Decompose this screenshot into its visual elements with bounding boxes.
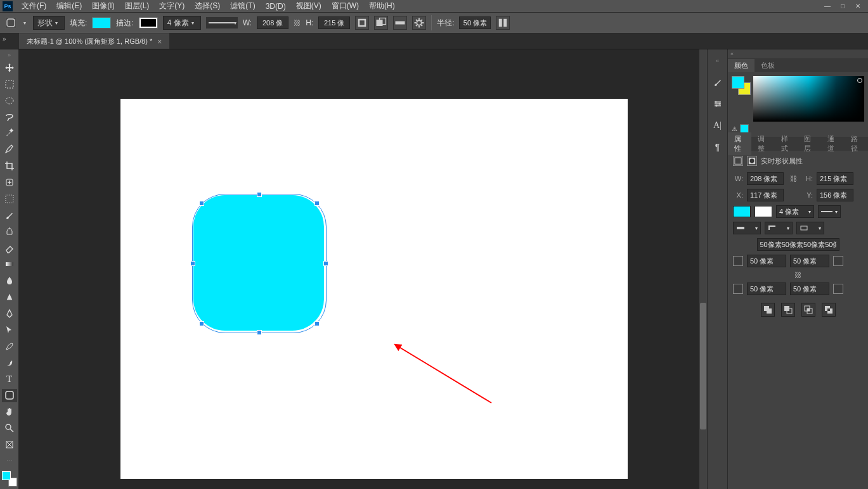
- crop-tool[interactable]: [2, 159, 17, 173]
- canvas-area[interactable]: [19, 49, 707, 489]
- brush-tool[interactable]: [2, 208, 17, 222]
- link-corners-icon[interactable]: ⛓: [793, 271, 804, 279]
- collapse-tools-icon[interactable]: »: [8, 52, 11, 58]
- pathop-intersect[interactable]: [801, 303, 815, 317]
- stroke-width-select[interactable]: 4 像素 ▾: [163, 16, 201, 30]
- prop-width-input[interactable]: [747, 172, 784, 185]
- eraser-tool[interactable]: [2, 241, 17, 255]
- tab-swatches[interactable]: 色板: [755, 59, 781, 72]
- character-icon[interactable]: A|: [711, 119, 725, 132]
- shape-mode-select[interactable]: 形状 ▾: [33, 16, 65, 30]
- stroke-swatch[interactable]: [139, 17, 158, 29]
- lasso-tool[interactable]: [2, 110, 17, 124]
- canvas[interactable]: [120, 99, 628, 479]
- link-wh-icon-props[interactable]: ⛓: [787, 175, 799, 182]
- menu-layer[interactable]: 图层(L): [120, 0, 155, 13]
- fg-mini[interactable]: [732, 76, 744, 89]
- align-edges-button[interactable]: [496, 16, 510, 30]
- type-tool[interactable]: T: [2, 372, 17, 386]
- rounded-rectangle-shape[interactable]: [193, 195, 324, 331]
- foreground-background-swatch[interactable]: [2, 471, 17, 486]
- scrollbar-thumb[interactable]: [700, 303, 706, 429]
- corner-tl-input[interactable]: [747, 255, 786, 267]
- width-input[interactable]: [257, 16, 288, 29]
- gear-icon[interactable]: [412, 16, 426, 30]
- brush-settings-icon[interactable]: [711, 76, 725, 89]
- gamut-warning-icon[interactable]: ⚠: [732, 125, 737, 132]
- spot-heal-tool[interactable]: [2, 175, 17, 189]
- ellipse-marquee-tool[interactable]: [2, 94, 17, 108]
- expand-panels-icon[interactable]: «: [711, 54, 725, 67]
- radius-input[interactable]: [459, 16, 491, 29]
- collapse-right-icon[interactable]: «: [728, 49, 868, 58]
- stroke-style-select[interactable]: ▾: [206, 17, 238, 29]
- prop-fill-swatch[interactable]: [733, 206, 751, 217]
- prop-height-input[interactable]: [817, 172, 853, 185]
- prop-stroke-swatch[interactable]: [755, 206, 772, 217]
- move-tool[interactable]: [2, 61, 17, 75]
- corner-bl-input[interactable]: [747, 283, 786, 295]
- menu-3d[interactable]: 3D(D): [261, 1, 291, 12]
- shape-tool[interactable]: [2, 389, 17, 403]
- handle-s[interactable]: [257, 330, 262, 335]
- menu-view[interactable]: 视图(V): [291, 0, 327, 13]
- menu-select[interactable]: 选择(S): [190, 0, 225, 13]
- path-align-button[interactable]: [355, 16, 369, 30]
- document-tab[interactable]: 未标题-1 @ 100% (圆角矩形 1, RGB/8) * ×: [19, 34, 169, 49]
- menu-file[interactable]: 文件(F): [16, 0, 51, 13]
- frame-tool[interactable]: [2, 192, 17, 206]
- hand-tool[interactable]: [2, 405, 17, 419]
- history-brush-tool[interactable]: [2, 340, 17, 353]
- expand-tabs-icon[interactable]: »: [3, 35, 6, 42]
- clone-tool[interactable]: [2, 225, 17, 239]
- pathop-subtract[interactable]: [781, 303, 795, 317]
- path-select-tool[interactable]: [2, 323, 17, 337]
- color-fgbg-mini[interactable]: [732, 76, 751, 95]
- tab-close-icon[interactable]: ×: [157, 37, 162, 46]
- prop-align-select[interactable]: ▾: [796, 222, 824, 234]
- paragraph-icon[interactable]: ¶: [711, 141, 725, 153]
- menu-type[interactable]: 文字(Y): [154, 0, 190, 13]
- close-button[interactable]: ✕: [853, 2, 863, 11]
- marquee-tool[interactable]: [2, 77, 17, 91]
- prop-x-input[interactable]: [747, 189, 784, 201]
- vertical-scrollbar[interactable]: [699, 49, 707, 489]
- handle-se[interactable]: [314, 321, 320, 326]
- path-options-button[interactable]: [393, 16, 407, 30]
- prop-cap-select[interactable]: ▾: [733, 222, 761, 234]
- prop-y-input[interactable]: [817, 189, 853, 201]
- color-picker-gradient[interactable]: [753, 76, 864, 122]
- handle-e[interactable]: [323, 261, 328, 266]
- foreground-color[interactable]: [2, 471, 11, 480]
- tool-preset-icon[interactable]: [5, 17, 16, 29]
- eyedropper-tool[interactable]: [2, 143, 17, 156]
- pen-tool[interactable]: [2, 307, 17, 321]
- maximize-button[interactable]: □: [838, 2, 848, 11]
- dodge-tool[interactable]: [2, 290, 17, 304]
- tab-color[interactable]: 颜色: [728, 59, 755, 72]
- path-arrange-button[interactable]: [374, 16, 388, 30]
- prop-stroke-width-select[interactable]: 4 像素▾: [776, 205, 814, 218]
- corner-br-input[interactable]: [790, 283, 829, 295]
- artboard-tool[interactable]: [2, 438, 17, 452]
- menu-help[interactable]: 帮助(H): [364, 0, 400, 13]
- smudge-tool[interactable]: [2, 356, 17, 370]
- link-wh-icon[interactable]: ⛓: [294, 19, 301, 27]
- minimize-button[interactable]: —: [822, 2, 832, 11]
- wand-tool[interactable]: [2, 127, 17, 141]
- prop-stroke-style-select[interactable]: ▾: [818, 205, 841, 218]
- menu-filter[interactable]: 滤镜(T): [225, 0, 260, 13]
- tool-preset-dropdown[interactable]: ▾: [22, 17, 28, 29]
- height-input[interactable]: [318, 16, 350, 29]
- edit-toolbar-icon[interactable]: ⋯: [6, 457, 13, 464]
- prop-corner-select[interactable]: ▾: [765, 222, 793, 234]
- adjustments-icon[interactable]: [711, 98, 725, 110]
- menu-edit[interactable]: 编辑(E): [51, 0, 87, 13]
- pathop-exclude[interactable]: [822, 303, 836, 317]
- menu-image[interactable]: 图像(I): [87, 0, 119, 13]
- corner-tr-input[interactable]: [790, 255, 829, 267]
- menu-window[interactable]: 窗口(W): [327, 0, 364, 13]
- blur-tool[interactable]: [2, 274, 17, 288]
- gradient-tool[interactable]: [2, 258, 17, 272]
- fill-swatch[interactable]: [92, 17, 111, 29]
